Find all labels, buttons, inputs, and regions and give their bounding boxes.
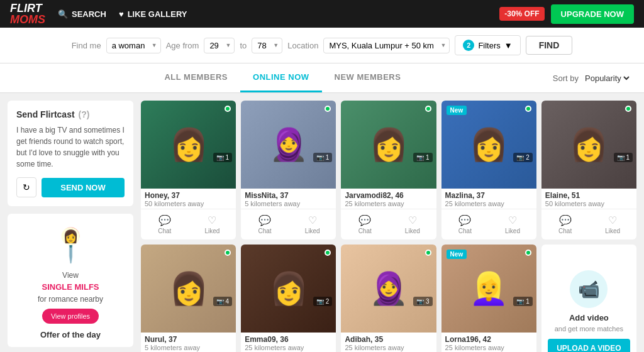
- profile-image: 👩 📷 2: [241, 245, 336, 333]
- filter-count: 2: [463, 40, 474, 51]
- liked-button[interactable]: ♡ Liked: [589, 212, 636, 237]
- tab-all-members[interactable]: ALL MEMBERS: [152, 63, 240, 92]
- profile-card[interactable]: 👩 📷 2 Emma09, 36 25 kilometers away 💬 Ch…: [241, 245, 336, 352]
- sort-select[interactable]: Popularity: [582, 73, 631, 84]
- photo-count: 📷 2: [313, 297, 332, 306]
- chat-button[interactable]: 💬 Chat: [541, 212, 589, 237]
- profile-name: MissNita, 37: [245, 191, 332, 200]
- tab-online-now[interactable]: ONLINE NOW: [240, 63, 322, 92]
- online-indicator: [525, 106, 531, 112]
- profile-name: Adibah, 35: [345, 335, 432, 344]
- nav-search[interactable]: 🔍 SEARCH: [58, 9, 106, 19]
- chat-icon: 💬: [258, 214, 271, 226]
- online-indicator: [525, 250, 531, 256]
- profile-name: Nurul, 37: [145, 335, 232, 344]
- profiles-grid: 👩 📷 1 Honey, 37 50 kilometers away 💬 Cha…: [141, 101, 636, 352]
- profile-name: Mazlina, 37: [445, 191, 533, 200]
- gender-select[interactable]: a woman a man: [106, 38, 161, 53]
- profile-actions: 💬 Chat ♡ Liked: [441, 209, 536, 239]
- profile-image: 🧕 📷 3: [341, 245, 436, 333]
- location-select[interactable]: MYS, Kuala Lumpur + 50 km: [323, 38, 450, 53]
- profile-card[interactable]: 👩 📷 1 Elaine, 51 50 kilometers away 💬 Ch…: [541, 101, 636, 239]
- filters-label: Filters: [478, 41, 500, 50]
- profile-info: Adibah, 35 25 kilometers away: [341, 333, 436, 352]
- age-to-select[interactable]: 78: [252, 38, 282, 53]
- age-from-select-wrap[interactable]: 29: [204, 38, 235, 53]
- chat-button[interactable]: 💬 Chat: [141, 212, 189, 237]
- profile-distance: 50 kilometers away: [545, 200, 633, 207]
- profile-distance: 25 kilometers away: [445, 200, 533, 207]
- upload-video-button[interactable]: UPLOAD A VIDEO: [548, 339, 630, 352]
- profile-info: Nurul, 37 5 kilometers away: [141, 333, 236, 352]
- sort-by: Sort by Popularity: [553, 73, 631, 84]
- profile-face-icon: 👩: [341, 101, 436, 189]
- photo-count: 📷 1: [614, 153, 633, 162]
- profile-image: 🧕 📷 1: [241, 101, 336, 189]
- tabs-bar: ALL MEMBERS ONLINE NOW NEW MEMBERS Sort …: [0, 63, 644, 93]
- nav-like-gallery[interactable]: ♥ LIKE GALLERY: [119, 9, 187, 19]
- refresh-button[interactable]: ↻: [16, 177, 36, 197]
- discount-badge: -30% OFF: [499, 7, 544, 21]
- liked-button[interactable]: ♡ Liked: [389, 212, 436, 237]
- profile-info: Mazlina, 37 25 kilometers away: [441, 189, 536, 209]
- age-to-select-wrap[interactable]: 78: [252, 38, 282, 53]
- gender-select-wrap[interactable]: a woman a man: [106, 38, 161, 53]
- profile-name: Jarvamodi82, 46: [345, 191, 432, 200]
- find-button[interactable]: FIND: [526, 36, 573, 55]
- view-profiles-button[interactable]: View profiles: [42, 309, 99, 324]
- profile-name: Lorna196, 42: [445, 335, 533, 344]
- profile-card[interactable]: 👩 📷 4 Nurul, 37 5 kilometers away 💬 Chat…: [141, 245, 236, 352]
- offer-bold: SINGLE MILFS: [42, 282, 99, 292]
- profile-info: Emma09, 36 25 kilometers away: [241, 333, 336, 352]
- profile-distance: 25 kilometers away: [345, 200, 432, 207]
- profile-card[interactable]: 🧕 📷 3 Adibah, 35 25 kilometers away 💬 Ch…: [341, 245, 436, 352]
- profile-actions: 💬 Chat ♡ Liked: [141, 209, 236, 239]
- profile-card[interactable]: 👩 📷 1 Honey, 37 50 kilometers away 💬 Cha…: [141, 101, 236, 239]
- heart-icon: ♡: [508, 214, 517, 226]
- liked-button[interactable]: ♡ Liked: [289, 212, 336, 237]
- photo-count: 📷 1: [513, 297, 532, 306]
- liked-button[interactable]: ♡ Liked: [489, 212, 536, 237]
- photo-count: 📷 2: [513, 153, 532, 162]
- search-icon: 🔍: [58, 9, 68, 19]
- chat-icon: 💬: [358, 214, 371, 226]
- profile-face-icon: 👩: [141, 101, 236, 189]
- location-select-wrap[interactable]: MYS, Kuala Lumpur + 50 km: [323, 38, 450, 53]
- sort-label: Sort by: [553, 74, 579, 83]
- flirtcast-text: I have a big TV and sometimes I get frie…: [16, 124, 125, 170]
- offer-text: View SINGLE MILFS for romance nearby: [15, 270, 126, 305]
- age-from-select[interactable]: 29: [204, 38, 235, 53]
- profile-info: Elaine, 51 50 kilometers away: [541, 189, 636, 209]
- filters-button[interactable]: 2 Filters ▼: [455, 35, 520, 55]
- new-badge: New: [447, 250, 467, 259]
- profile-card[interactable]: 🧕 📷 1 MissNita, 37 5 kilometers away 💬 C…: [241, 101, 336, 239]
- profile-actions: 💬 Chat ♡ Liked: [241, 209, 336, 239]
- photo-count: 📷 1: [313, 153, 332, 162]
- video-card: 📹 Add video and get more matches UPLOAD …: [541, 245, 636, 352]
- photo-count: 📷 1: [213, 153, 232, 162]
- heart-icon: ♡: [408, 214, 417, 226]
- logo-moms: MOMS: [10, 14, 45, 25]
- profile-card[interactable]: 👩 New 📷 2 Mazlina, 37 25 kilometers away…: [441, 101, 536, 239]
- chat-button[interactable]: 💬 Chat: [441, 212, 489, 237]
- profile-face-icon: 🧕: [341, 245, 436, 333]
- tab-new-members[interactable]: NEW MEMBERS: [322, 63, 414, 92]
- profile-card[interactable]: 👱‍♀️ New 📷 1 Lorna196, 42 25 kilometers …: [441, 245, 536, 352]
- chat-button[interactable]: 💬 Chat: [341, 212, 389, 237]
- help-icon[interactable]: (?): [79, 109, 90, 119]
- upgrade-button[interactable]: UPGRADE NOW: [551, 4, 634, 24]
- flirtcast-card: Send Flirtcast (?) I have a big TV and s…: [8, 101, 133, 206]
- liked-button[interactable]: ♡ Liked: [189, 212, 236, 237]
- chat-icon: 💬: [458, 214, 471, 226]
- profile-face-icon: 👩: [541, 101, 636, 189]
- profile-info: Honey, 37 50 kilometers away: [141, 189, 236, 209]
- chat-button[interactable]: 💬 Chat: [241, 212, 289, 237]
- profile-distance: 25 kilometers away: [345, 344, 432, 351]
- send-now-button[interactable]: SEND NOW: [42, 178, 125, 197]
- online-indicator: [425, 106, 431, 112]
- offer-avatar: 👩: [62, 228, 80, 245]
- heart-icon: ♡: [308, 214, 317, 226]
- profile-face-icon: 🧕: [241, 101, 336, 189]
- profile-image: 👱‍♀️ New 📷 1: [441, 245, 536, 333]
- profile-card[interactable]: 👩 📷 1 Jarvamodi82, 46 25 kilometers away…: [341, 101, 436, 239]
